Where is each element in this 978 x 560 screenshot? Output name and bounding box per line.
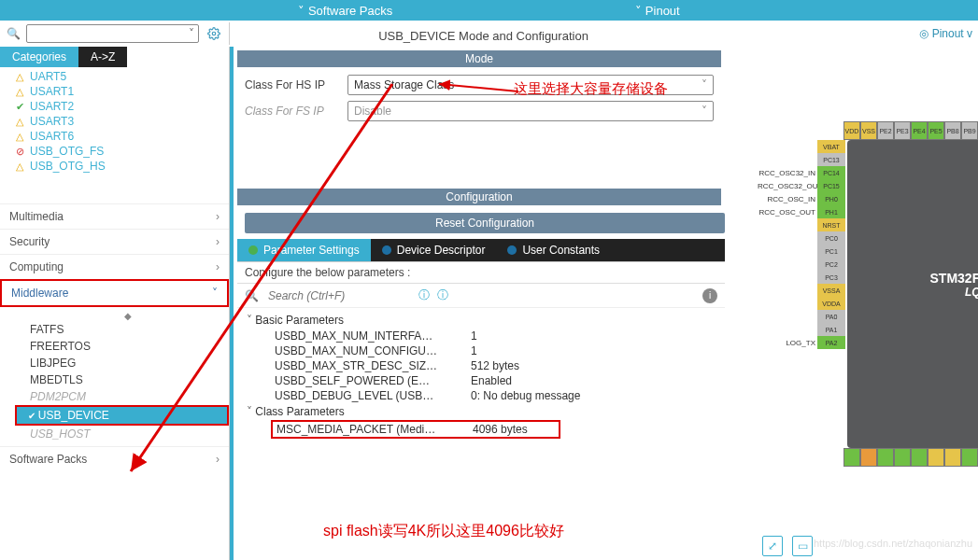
zoom-fit-button[interactable]: ⤢ xyxy=(762,536,783,556)
status-icon: △ xyxy=(13,86,26,98)
middleware-pdm2pcm: PDM2PCM xyxy=(26,388,229,405)
chip-pin[interactable]: PE2 xyxy=(877,121,894,140)
chip-body[interactable]: VBATPC13RCC_OSC32_INPC14RCC_OSC32_OUTPC1… xyxy=(847,140,978,448)
tree-item-usb_otg_fs[interactable]: ⊘USB_OTG_FS xyxy=(7,144,221,159)
middleware-libjpeg[interactable]: LIBJPEG xyxy=(26,355,229,371)
category-software-packs[interactable]: Software Packs› xyxy=(0,446,229,471)
pinout-view-button[interactable]: Pinout v xyxy=(932,27,972,40)
mode-header: Mode xyxy=(237,50,721,67)
gear-icon[interactable] xyxy=(205,24,223,43)
tree-item-usart6[interactable]: △USART6 xyxy=(7,129,221,144)
tree-item-usart1[interactable]: △USART1 xyxy=(7,84,221,99)
tree-item-usart3[interactable]: △USART3 xyxy=(7,114,221,129)
tree-item-usb_otg_hs[interactable]: △USB_OTG_HS xyxy=(7,159,221,174)
chip-pin[interactable]: PE3 xyxy=(894,121,911,140)
tab-parameter-settings[interactable]: Parameter Settings xyxy=(237,239,371,261)
group-class-parameters[interactable]: Class Parameters xyxy=(247,403,716,420)
peripheral-search-combo[interactable] xyxy=(26,24,199,43)
chip-pin[interactable] xyxy=(877,448,894,467)
param-row[interactable]: USBD_MAX_STR_DESC_SIZ…512 bytes xyxy=(247,358,716,373)
target-icon[interactable]: ◎ xyxy=(919,27,928,40)
chip-pin[interactable]: PA0 xyxy=(817,310,845,323)
category-security[interactable]: Security› xyxy=(0,229,229,254)
middleware-fatfs[interactable]: FATFS xyxy=(26,321,229,338)
param-row[interactable]: MSC_MEDIA_PACKET (Medi…4096 bytes xyxy=(271,420,560,439)
tab-az[interactable]: A->Z xyxy=(78,47,127,67)
config-tabs: Parameter Settings Device Descriptor Use… xyxy=(237,239,725,261)
chip-pin[interactable]: VSS xyxy=(860,121,877,140)
chip-pin[interactable] xyxy=(928,448,944,467)
tab-categories[interactable]: Categories xyxy=(0,47,78,67)
chip-pin[interactable]: PH0 xyxy=(817,192,845,205)
chip-pin[interactable]: VBAT xyxy=(817,140,845,153)
search-nav[interactable]: ⓘⓘ xyxy=(418,287,448,303)
chip-pin[interactable] xyxy=(944,448,961,467)
chip-pin[interactable]: PH1 xyxy=(817,205,845,218)
info-icon[interactable]: i xyxy=(702,288,717,303)
category-multimedia[interactable]: Multimedia› xyxy=(0,203,229,229)
pinout-toolbar: ⤢ ▭ xyxy=(762,536,813,556)
chip-pin[interactable]: PC1 xyxy=(817,245,845,258)
tab-user-constants[interactable]: User Constants xyxy=(496,239,611,261)
chip-pin[interactable]: PB9 xyxy=(961,121,978,140)
category-list: Multimedia› Security› Computing› Middlew… xyxy=(0,203,229,471)
annotation-1: 这里选择大容量存储设备 xyxy=(514,80,668,98)
menu-pinout[interactable]: Pinout xyxy=(635,4,680,18)
chip-pin[interactable]: PC15 xyxy=(817,179,845,192)
group-basic-parameters[interactable]: Basic Parameters xyxy=(247,312,716,329)
splitter[interactable] xyxy=(230,47,234,560)
chip-pin[interactable]: PB8 xyxy=(944,121,961,140)
chip-pin[interactable]: PE5 xyxy=(928,121,944,140)
next-icon[interactable]: ⓘ xyxy=(437,287,448,303)
chip-pin[interactable] xyxy=(961,448,978,467)
sub-toolbar: 🔍 USB_DEVICE Mode and Configuration ◎ Pi… xyxy=(0,21,978,47)
search-icon: 🔍 xyxy=(245,289,259,302)
menu-software-packs[interactable]: Software Packs xyxy=(298,4,392,18)
chip-pin[interactable]: PC13 xyxy=(817,153,845,166)
chip-pin[interactable]: PC14 xyxy=(817,166,845,179)
config-hint: Configure the below parameters : xyxy=(237,262,725,284)
class-fs-label: Class For FS IP xyxy=(245,105,347,118)
chip-pin[interactable]: NRST xyxy=(817,218,845,231)
pinout-view-panel: VDD VSS PE2 PE3 PE4 PE5 PB8 PB9 VBATPC13… xyxy=(725,47,978,560)
tree-item-uart5[interactable]: △UART5 xyxy=(7,69,221,84)
chip-pin[interactable]: PE4 xyxy=(911,121,928,140)
chip-pin[interactable]: PC3 xyxy=(817,271,845,284)
class-hs-label: Class For HS IP xyxy=(245,78,347,91)
param-row[interactable]: USBD_MAX_NUM_INTERFA…1 xyxy=(247,329,716,343)
chip-pin[interactable]: VSSA xyxy=(817,284,845,297)
chip-pin[interactable]: VDDA xyxy=(817,297,845,310)
zoom-tool-button[interactable]: ▭ xyxy=(792,536,813,556)
chip-pin[interactable] xyxy=(860,448,877,467)
chip-pin[interactable]: PA2 xyxy=(817,336,845,349)
chip-label: STM32F2 LQF xyxy=(930,271,978,299)
status-icon: △ xyxy=(13,116,26,128)
param-row[interactable]: USBD_DEBUG_LEVEL (USB…0: No debug messag… xyxy=(247,388,716,403)
chip-pin[interactable]: PC2 xyxy=(817,258,845,271)
config-header: Configuration xyxy=(237,189,721,205)
param-search-bar: 🔍 ⓘⓘ i xyxy=(237,284,725,308)
chip-pin[interactable]: VDD xyxy=(843,121,860,140)
pin-label: LOG_TX xyxy=(758,339,817,347)
tree-item-usart2[interactable]: ✔USART2 xyxy=(7,99,221,114)
reset-config-button[interactable]: Reset Configuration xyxy=(245,213,725,233)
middleware-usb_device[interactable]: USB_DEVICE xyxy=(15,405,229,426)
status-icon: ✔ xyxy=(13,101,26,113)
param-row[interactable]: USBD_SELF_POWERED (E…Enabled xyxy=(247,373,716,388)
middleware-freertos[interactable]: FREERTOS xyxy=(26,338,229,355)
chip-pin[interactable]: PA1 xyxy=(817,323,845,336)
param-row[interactable]: USBD_MAX_NUM_CONFIGU…1 xyxy=(247,343,716,358)
chip-pin[interactable] xyxy=(894,448,911,467)
middleware-mbedtls[interactable]: MBEDTLS xyxy=(26,371,229,388)
chip-pin[interactable]: PC0 xyxy=(817,231,845,245)
chip-pin[interactable] xyxy=(843,448,860,467)
scroll-up-icon[interactable]: ◆ xyxy=(26,311,229,321)
category-middleware[interactable]: Middleware˅ xyxy=(0,279,229,307)
category-computing[interactable]: Computing› xyxy=(0,254,229,279)
prev-icon[interactable]: ⓘ xyxy=(418,287,430,303)
param-search-input[interactable] xyxy=(268,289,409,302)
tab-device-descriptor[interactable]: Device Descriptor xyxy=(371,239,497,261)
status-icon: △ xyxy=(13,161,26,173)
peripheral-tree: △UART5△USART1✔USART2△USART3△USART6⊘USB_O… xyxy=(0,67,229,175)
chip-pin[interactable] xyxy=(911,448,928,467)
